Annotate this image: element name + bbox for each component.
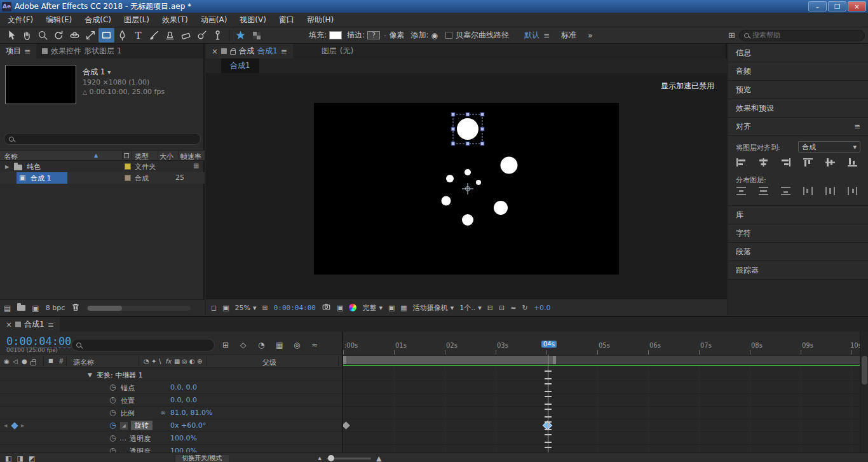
column-framerate[interactable]: 帧速率	[180, 152, 201, 161]
close-icon[interactable]: ×	[6, 320, 12, 329]
parent-column[interactable]: 父级	[262, 358, 276, 367]
property-value[interactable]: 0.0, 0.0	[170, 383, 197, 391]
keyframe[interactable]	[343, 421, 350, 430]
panel-menu-icon[interactable]: ≡	[854, 122, 860, 131]
panel-paragraph[interactable]: 段落	[728, 243, 868, 261]
distribute-bottom-button[interactable]	[779, 186, 792, 196]
panel-effects-presets[interactable]: 效果和预设	[728, 99, 868, 118]
brush-tool[interactable]	[146, 28, 162, 43]
stopwatch-icon[interactable]: ◷	[109, 395, 116, 404]
label-column-icon[interactable]	[124, 153, 129, 158]
tab-composition[interactable]: × 合成 合成1 ≡	[206, 44, 293, 58]
hand-tool[interactable]	[19, 28, 35, 43]
panel-libraries[interactable]: 库	[728, 206, 868, 224]
property-label[interactable]: 比例	[121, 409, 135, 418]
tab-project[interactable]: 项目 ≡	[0, 44, 36, 58]
bit-depth-label[interactable]: 8 bpc	[46, 304, 65, 312]
fast-previews-icon[interactable]: ≈	[510, 304, 516, 312]
label-color-swatch[interactable]	[125, 163, 131, 170]
zoom-slider-handle[interactable]	[328, 455, 334, 461]
solo-column-icon[interactable]: ●	[22, 358, 27, 365]
transparency-grid-icon[interactable]: ▦	[400, 304, 407, 312]
distribute-left-button[interactable]	[801, 186, 814, 196]
work-area-bar[interactable]	[343, 356, 556, 364]
distribute-v-center-button[interactable]	[757, 186, 770, 196]
panel-audio[interactable]: 音频	[728, 62, 868, 81]
column-type[interactable]: 类型	[135, 152, 149, 161]
panel-character[interactable]: 字符	[728, 224, 868, 243]
project-hscrollbar[interactable]	[86, 306, 191, 311]
region-of-interest-icon[interactable]: ▣	[388, 304, 395, 312]
work-area-track[interactable]	[343, 356, 860, 364]
fill-swatch[interactable]	[329, 31, 342, 39]
align-h-center-button[interactable]	[757, 157, 770, 167]
stopwatch-icon[interactable]: ◷	[109, 408, 116, 417]
column-name[interactable]: 名称	[4, 152, 18, 161]
viewer-tab-comp1[interactable]: 合成1	[221, 58, 259, 73]
distribute-top-button[interactable]	[735, 186, 747, 196]
menu-window[interactable]: 窗口	[273, 13, 301, 27]
timeline-track-area[interactable]: :00s 01s 02s 03s 04s 05s 06s 07s 08s 09s…	[343, 332, 860, 462]
motion-blur-switch-icon[interactable]: ◎	[182, 358, 187, 365]
panel-tracker[interactable]: 跟踪器	[728, 261, 868, 280]
panel-menu-icon[interactable]: ≡	[48, 320, 54, 329]
align-top-button[interactable]	[801, 157, 814, 167]
menu-edit[interactable]: 编辑(E)	[39, 13, 78, 27]
menu-composition[interactable]: 合成(C)	[78, 13, 118, 27]
align-left-button[interactable]	[735, 157, 747, 167]
item-name[interactable]: 合成 1	[31, 173, 51, 183]
mini-flowchart-icon[interactable]: ⊞	[222, 341, 229, 350]
comp-timecode[interactable]: 0:00:04:00	[274, 304, 316, 312]
align-right-button[interactable]	[779, 157, 792, 167]
help-search-input[interactable]	[752, 31, 848, 39]
add-shape-button[interactable]: ◉	[431, 31, 437, 40]
timeline-zoom-slider[interactable]	[327, 458, 371, 459]
timeline-vscrollbar[interactable]	[860, 332, 868, 462]
minimize-button[interactable]: –	[808, 1, 827, 11]
frame-blending-icon[interactable]: ▦	[276, 341, 283, 350]
property-row-position[interactable]: ◷ 位置 0.0, 0.0	[0, 394, 342, 407]
distribute-h-center-button[interactable]	[824, 186, 836, 196]
stroke-width-value[interactable]: -	[384, 31, 386, 40]
source-name-column[interactable]: 源名称	[73, 358, 94, 367]
timeline-search-box[interactable]	[71, 339, 215, 351]
scrollbar-thumb[interactable]	[88, 306, 122, 311]
current-timecode[interactable]: 0:00:04:00	[6, 335, 71, 348]
property-row-anchor[interactable]: ◷ 锚点 0.0, 0.0	[0, 381, 342, 394]
property-label[interactable]: 锚点	[121, 383, 135, 393]
monitor-icon[interactable]: ◻	[211, 304, 217, 312]
grid-guides-icon[interactable]: ⊞	[262, 304, 268, 312]
sort-asc-icon[interactable]: ▲	[94, 153, 98, 158]
zoom-in-mountain-icon[interactable]: ▲	[376, 454, 381, 462]
comp-canvas[interactable]	[314, 103, 619, 275]
timeline-search-input[interactable]	[85, 341, 199, 350]
restore-button[interactable]: ❐	[828, 1, 846, 11]
close-icon[interactable]: ×	[212, 47, 218, 56]
tab-layer[interactable]: 图层 (无)	[316, 44, 359, 58]
tool-creates-shape-icon[interactable]	[233, 28, 248, 43]
toggle-switches-modes-button[interactable]: 切换开关/模式	[175, 454, 229, 462]
eraser-tool[interactable]	[178, 28, 194, 43]
workspace-default-tab[interactable]: 默认	[524, 30, 539, 41]
pen-tool[interactable]	[114, 28, 130, 43]
motion-blur-icon[interactable]: ◎	[294, 341, 300, 350]
twirl-closed-icon[interactable]: ▶	[5, 164, 9, 170]
number-column-icon[interactable]: #	[58, 358, 64, 365]
panel-menu-icon[interactable]: ≡	[24, 47, 31, 56]
zoom-dropdown[interactable]: 25%▾	[235, 304, 257, 312]
project-row-solids[interactable]: ▶ 纯色 文件夹 ▦	[0, 161, 205, 172]
link-icon[interactable]: ∞	[160, 409, 166, 417]
keyframe-next-icon[interactable]: ▶	[21, 423, 24, 428]
rotate-tool[interactable]	[51, 28, 67, 43]
hide-shy-layers-icon[interactable]: ◔	[258, 341, 264, 350]
property-label[interactable]: 位置	[121, 396, 135, 405]
label-color-swatch[interactable]	[125, 175, 131, 181]
item-name[interactable]: 纯色	[27, 162, 41, 172]
shy-switch-icon[interactable]: ◔	[144, 358, 149, 365]
expand-transfer-controls-icon[interactable]: ◨	[17, 454, 23, 462]
property-value[interactable]: 81.0, 81.0%	[170, 409, 212, 417]
group-label[interactable]: 变换: 中继器 1	[97, 370, 143, 380]
bezier-path-checkbox[interactable]	[445, 32, 452, 39]
comp-viewer[interactable]: 显示加速已禁用	[206, 73, 727, 299]
view-dropdown[interactable]: 活动摄像机▾	[413, 303, 454, 313]
